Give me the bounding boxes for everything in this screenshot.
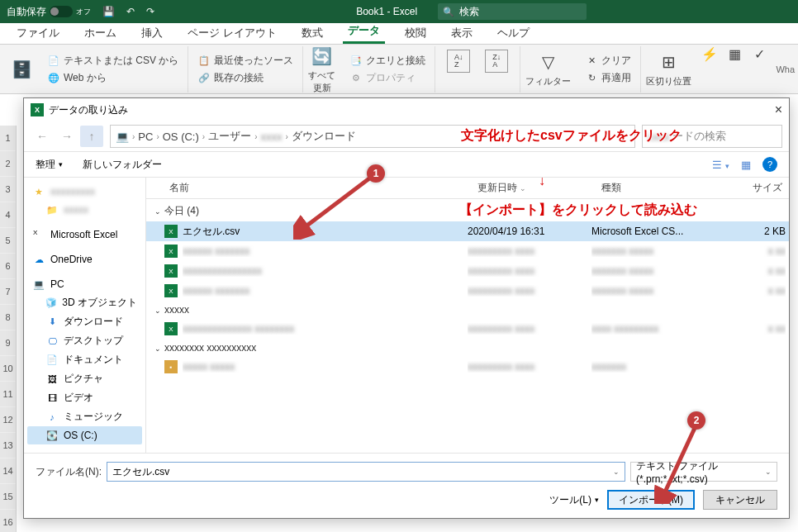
existing-connections-button[interactable]: 🔗既存の接続 (195, 70, 296, 86)
group-blurred: ⌄xxxxx (146, 301, 789, 319)
sort-az-button[interactable]: A↓Z (442, 48, 475, 91)
queries-button[interactable]: 📑クエリと接続 (347, 53, 428, 69)
view-details-icon[interactable]: ☰ ▾ (712, 159, 729, 171)
search-icon: 🔍 (443, 7, 454, 17)
sort-za-button[interactable]: Z↓A (480, 48, 513, 91)
tab-home[interactable]: ホーム (79, 22, 121, 44)
tab-help[interactable]: ヘルプ (492, 22, 534, 44)
sidebar-downloads[interactable]: ⬇ダウンロード (27, 312, 142, 331)
text-to-columns-button[interactable]: ⊞ 区切り位置 (641, 49, 696, 89)
ribbon: 🗄️ 📄テキストまたは CSV から 🌐Web から 📋最近使ったソース 🔗既存… (0, 45, 798, 94)
clear-button[interactable]: ✕クリア (582, 53, 634, 69)
file-row[interactable]: Xxxxxxx xxxxxxxxxxxxxxxx xxxxxxxxxxx xxx… (146, 241, 789, 261)
redo-icon[interactable]: ↷ (146, 6, 154, 17)
row-header[interactable]: 10 (0, 356, 16, 382)
folder-icon: 📁 (45, 203, 59, 216)
row-header[interactable]: 3 (0, 177, 16, 202)
sidebar-desktop[interactable]: 🖵デスクトップ (27, 331, 142, 350)
row-header[interactable]: 15 (0, 484, 16, 510)
view-list-icon[interactable]: ▦ (741, 159, 751, 171)
row-header[interactable]: 13 (0, 433, 16, 458)
sidebar-pc[interactable]: 💻PC (27, 275, 142, 293)
get-data-button[interactable]: 🗄️ (5, 56, 38, 83)
import-button[interactable]: インポート(M) (607, 490, 695, 510)
sidebar-pictures[interactable]: 🖼ピクチャ (27, 369, 142, 388)
web-icon: 🌐 (47, 71, 60, 84)
tools-dropdown[interactable]: ツール(L) ▾ (549, 493, 599, 507)
file-list-header[interactable]: 名前 更新日時 ⌄ 種類 サイズ (146, 178, 789, 199)
refresh-all-button[interactable]: 🔄 すべて 更新 (303, 43, 340, 96)
sidebar-osc[interactable]: 💽OS (C:) (27, 426, 142, 444)
tab-review[interactable]: 校閲 (400, 22, 431, 44)
tab-view[interactable]: 表示 (446, 22, 477, 44)
file-row[interactable]: Xxxxxxx xxxxxxxxxxxxxxxx xxxxxxxxxxx xxx… (146, 281, 789, 301)
col-type[interactable]: 種類 (595, 181, 739, 195)
file-row[interactable]: Xxxxxxxxxxxxxxx xxxxxxxxxxxxxxxxx xxxxxx… (146, 319, 789, 339)
folder-search[interactable]: xxxxードの検索 (642, 125, 782, 148)
row-header[interactable]: 2 (0, 151, 16, 177)
row-header[interactable]: 11 (0, 382, 16, 407)
search-box[interactable]: 🔍 検索 (438, 3, 587, 20)
col-size[interactable]: サイズ (739, 181, 789, 195)
up-button[interactable]: ↑ (80, 126, 103, 147)
remove-dup-icon[interactable]: ▦ (728, 48, 741, 61)
badge-2: 2 (687, 411, 705, 430)
autosave-toggle[interactable]: 自動保存 オフ (7, 5, 91, 19)
col-name[interactable]: 名前 (146, 181, 471, 195)
properties-button[interactable]: ⚙プロパティ (347, 70, 428, 86)
connection-icon: 🔗 (197, 71, 211, 84)
row-header[interactable]: 6 (0, 254, 16, 279)
sidebar-music[interactable]: ♪ミュージック (27, 407, 142, 426)
tab-formula[interactable]: 数式 (297, 22, 328, 44)
row-header[interactable]: 14 (0, 458, 16, 484)
row-header[interactable]: 12 (0, 407, 16, 433)
organize-button[interactable]: 整理 ▾ (36, 158, 63, 172)
group-today[interactable]: ⌄今日 (4) (146, 201, 789, 221)
col-date[interactable]: 更新日時 ⌄ (471, 181, 595, 195)
file-row[interactable]: ▪xxxxx xxxxxxxxxxxxxx xxxxxxxxxxx (146, 357, 789, 377)
flash-fill-icon[interactable]: ⚡ (703, 48, 716, 61)
refresh-icon: 🔄 (311, 45, 334, 68)
sidebar-excel[interactable]: XMicrosoft Excel (27, 226, 142, 244)
row-header[interactable]: 5 (0, 228, 16, 254)
file-row[interactable]: Xxxxxxxxxxxxxxxxxxxxxxxxxx xxxxxxxxxxx x… (146, 261, 789, 281)
file-row-selected[interactable]: X エクセル.csv 2020/04/19 16:31 Microsoft Ex… (146, 221, 789, 241)
help-icon[interactable]: ? (762, 157, 777, 172)
tab-layout[interactable]: ページ レイアウト (183, 22, 282, 44)
sidebar-onedrive[interactable]: ☁OneDrive (27, 250, 142, 268)
tab-file[interactable]: ファイル (12, 22, 64, 44)
sidebar-3d[interactable]: 🧊3D オブジェクト (27, 293, 142, 312)
folder-tree[interactable]: ★xxxxxxxxx 📁xxxxx XMicrosoft Excel ☁OneD… (24, 178, 146, 453)
excel-file-icon: X (164, 225, 178, 238)
close-button[interactable]: × (775, 102, 782, 117)
row-header[interactable]: 9 (0, 330, 16, 356)
sidebar-documents[interactable]: 📄ドキュメント (27, 350, 142, 369)
tab-insert[interactable]: 挿入 (136, 22, 168, 44)
reapply-button[interactable]: ↻再適用 (582, 70, 634, 86)
desktop-icon: 🖵 (45, 335, 59, 348)
breadcrumb[interactable]: 💻 › PC› OS (C:)› ユーザー› xxxx› ダウンロード (110, 125, 635, 148)
undo-icon[interactable]: ↶ (126, 6, 135, 17)
validation-icon[interactable]: ✓ (753, 48, 766, 61)
from-text-csv-button[interactable]: 📄テキストまたは CSV から (45, 53, 181, 69)
row-header[interactable]: 4 (0, 202, 16, 228)
music-icon: ♪ (45, 411, 59, 424)
row-header[interactable]: 1 (0, 126, 16, 151)
autosave-label: 自動保存 (7, 5, 46, 19)
file-type-filter[interactable]: テキスト ファイル (*.prn;*.txt;*.csv)⌄ (630, 462, 777, 482)
recent-sources-button[interactable]: 📋最近使ったソース (195, 53, 296, 69)
new-folder-button[interactable]: 新しいフォルダー (83, 158, 162, 172)
back-button[interactable]: ← (31, 126, 54, 147)
tab-data[interactable]: データ (343, 20, 385, 44)
save-icon[interactable]: 💾 (102, 6, 115, 17)
from-web-button[interactable]: 🌐Web から (45, 70, 181, 86)
row-header[interactable]: 8 (0, 305, 16, 330)
row-header[interactable]: 7 (0, 279, 16, 305)
sidebar-video[interactable]: 🎞ビデオ (27, 388, 142, 407)
filename-input[interactable]: エクセル.csv⌄ (107, 462, 625, 482)
ribbon-tabs: ファイル ホーム 挿入 ページ レイアウト 数式 データ 校閲 表示 ヘルプ (0, 23, 798, 45)
toggle-icon[interactable] (50, 6, 73, 17)
row-header[interactable]: 16 (0, 510, 16, 532)
cancel-button[interactable]: キャンセル (703, 490, 777, 510)
filter-button[interactable]: ▽ フィルター (520, 49, 576, 89)
